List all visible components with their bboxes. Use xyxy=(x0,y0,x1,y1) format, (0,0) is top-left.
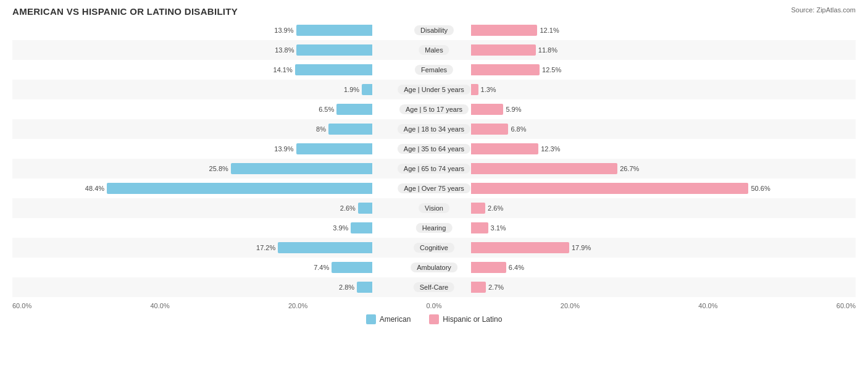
american-swatch xyxy=(366,314,376,324)
legend-item-american: American xyxy=(366,314,411,324)
bar-row: 8%6.8%Age | 18 to 34 years xyxy=(12,119,856,139)
blue-bar xyxy=(231,163,372,174)
source-text: Source: ZipAtlas.com xyxy=(791,6,856,14)
center-label: Vision xyxy=(419,203,449,213)
blue-bar xyxy=(328,124,372,135)
right-value: 1.3% xyxy=(481,86,496,93)
blue-bar xyxy=(336,104,372,115)
bar-row: 14.1%12.5%Females xyxy=(12,60,856,80)
pink-bar xyxy=(471,104,503,115)
blue-bar xyxy=(362,84,372,95)
left-value: 2.8% xyxy=(339,284,354,291)
center-label: Hearing xyxy=(416,223,453,233)
bar-row: 17.2%17.9%Cognitive xyxy=(12,238,856,258)
bar-row: 2.6%2.6%Vision xyxy=(12,198,856,218)
left-value: 48.4% xyxy=(85,185,104,192)
axis-label: 60.0% xyxy=(12,302,31,309)
center-label: Age | Over 75 years xyxy=(398,183,470,193)
blue-bar xyxy=(295,64,372,75)
right-value: 50.6% xyxy=(751,185,770,192)
right-value: 6.8% xyxy=(511,125,526,133)
chart-container: AMERICAN VS HISPANIC OR LATINO DISABILIT… xyxy=(0,0,868,378)
axis-label: 60.0% xyxy=(837,302,856,309)
bar-row: 13.8%11.8%Males xyxy=(12,40,856,60)
center-label: Age | 18 to 34 years xyxy=(398,124,470,134)
left-value: 7.4% xyxy=(314,264,329,271)
pink-bar xyxy=(471,262,506,273)
pink-bar xyxy=(471,183,748,194)
bar-row: 3.9%3.1%Hearing xyxy=(12,218,856,238)
right-value: 2.6% xyxy=(488,204,503,212)
american-label: American xyxy=(380,315,411,324)
pink-bar xyxy=(471,25,537,36)
blue-bar xyxy=(296,143,372,154)
right-value: 6.4% xyxy=(509,264,524,271)
center-label: Age | 65 to 74 years xyxy=(398,164,470,174)
pink-bar xyxy=(471,124,508,135)
left-value: 13.8% xyxy=(275,46,294,54)
axis-label: 40.0% xyxy=(150,302,169,309)
axis-label: 0.0% xyxy=(426,302,441,309)
right-value: 12.5% xyxy=(542,66,561,74)
bar-row: 13.9%12.3%Age | 35 to 64 years xyxy=(12,139,856,159)
center-label: Males xyxy=(419,45,449,55)
blue-bar xyxy=(296,25,372,36)
left-value: 13.9% xyxy=(274,27,293,34)
center-label: Cognitive xyxy=(414,243,454,253)
bars-area: 13.9%12.1%Disability13.8%11.8%Males14.1%… xyxy=(12,20,856,300)
axis-label: 40.0% xyxy=(698,302,717,309)
blue-bar xyxy=(107,183,372,194)
axis-row: 60.0%40.0%20.0%0.0%20.0%40.0%60.0% xyxy=(12,300,856,312)
pink-bar xyxy=(471,44,536,56)
bar-row: 13.9%12.1%Disability xyxy=(12,20,856,40)
left-value: 13.9% xyxy=(274,145,293,153)
bar-row: 25.8%26.7%Age | 65 to 74 years xyxy=(12,159,856,178)
left-value: 2.6% xyxy=(340,204,356,212)
left-value: 6.5% xyxy=(319,106,334,113)
hispanic-label: Hispanic or Latino xyxy=(443,315,502,324)
center-label: Self-Care xyxy=(414,282,454,292)
center-label: Age | 5 to 17 years xyxy=(399,104,469,114)
right-value: 12.3% xyxy=(541,145,560,153)
left-value: 17.2% xyxy=(256,244,275,251)
right-value: 26.7% xyxy=(620,165,639,172)
hispanic-swatch xyxy=(429,314,439,324)
center-label: Disability xyxy=(414,25,454,35)
blue-bar xyxy=(357,282,372,293)
left-value: 1.9% xyxy=(344,86,359,93)
center-label: Age | Under 5 years xyxy=(398,85,470,94)
blue-bar xyxy=(332,262,372,273)
right-value: 11.8% xyxy=(538,46,557,54)
bar-row: 2.8%2.7%Self-Care xyxy=(12,277,856,297)
left-value: 25.8% xyxy=(209,165,228,172)
blue-bar xyxy=(351,222,372,233)
right-value: 2.7% xyxy=(488,284,504,291)
left-value: 3.9% xyxy=(333,224,348,232)
center-label: Age | 35 to 64 years xyxy=(398,144,470,154)
left-value: 8% xyxy=(316,125,326,133)
pink-bar xyxy=(471,203,485,214)
blue-bar xyxy=(278,242,372,253)
right-value: 17.9% xyxy=(572,244,591,251)
axis-label: 20.0% xyxy=(288,302,307,309)
pink-bar xyxy=(471,222,488,233)
right-value: 5.9% xyxy=(506,106,521,113)
axis-label: 20.0% xyxy=(561,302,580,309)
blue-bar xyxy=(296,44,372,56)
bar-row: 6.5%5.9%Age | 5 to 17 years xyxy=(12,99,856,119)
blue-bar xyxy=(358,203,372,214)
pink-bar xyxy=(471,242,569,253)
chart-title: AMERICAN VS HISPANIC OR LATINO DISABILIT… xyxy=(12,6,856,17)
center-label: Females xyxy=(415,65,453,75)
bar-row: 1.9%1.3%Age | Under 5 years xyxy=(12,80,856,99)
legend: American Hispanic or Latino xyxy=(12,314,856,324)
pink-bar xyxy=(471,64,540,75)
right-value: 12.1% xyxy=(540,27,559,34)
bar-row: 48.4%50.6%Age | Over 75 years xyxy=(12,178,856,198)
pink-bar xyxy=(471,282,486,293)
pink-bar xyxy=(471,84,478,95)
pink-bar xyxy=(471,143,538,154)
legend-item-hispanic: Hispanic or Latino xyxy=(429,314,502,324)
left-value: 14.1% xyxy=(273,66,293,74)
bar-row: 7.4%6.4%Ambulatory xyxy=(12,258,856,277)
